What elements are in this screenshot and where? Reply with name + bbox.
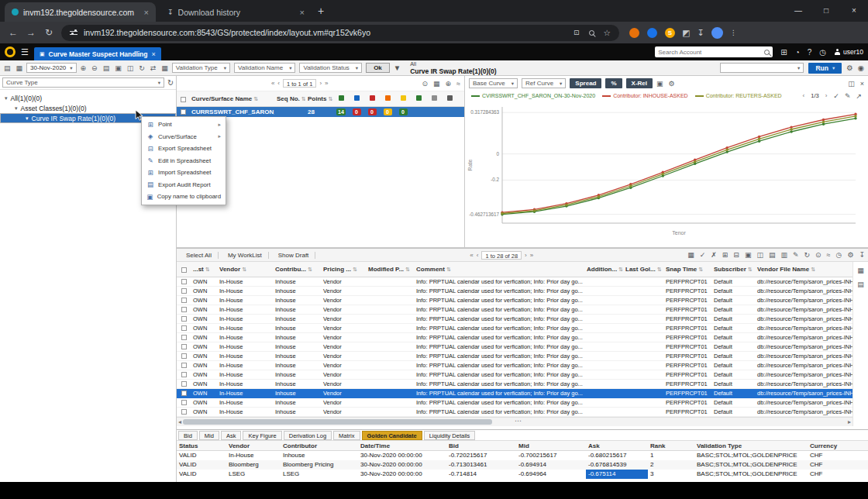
tab-derivation-log[interactable]: Derivation Log	[284, 431, 332, 440]
table-row[interactable]: VALIDLSEGLSEG30-Nov-2020 00:00:00-0.7148…	[177, 470, 868, 479]
search-icon[interactable]: ⊙	[422, 80, 428, 88]
tree-node[interactable]: ▾Asset Classes(1)(0)(0)	[0, 103, 176, 113]
download-icon[interactable]: ↧	[859, 251, 865, 259]
reject-icon[interactable]: ✗	[711, 251, 717, 259]
row-checkbox[interactable]	[181, 381, 187, 387]
column-header[interactable]: Validation Type	[694, 442, 808, 449]
chart-icon[interactable]: ≈	[456, 80, 460, 88]
sheet-icon[interactable]: ▥	[780, 251, 787, 259]
tree-caret-icon[interactable]: ▾	[5, 95, 8, 102]
cast-icon[interactable]: ⊡	[574, 29, 580, 36]
menu-item-copy-name-to-clipboard[interactable]: ▣Copy name to clipboard	[142, 191, 226, 203]
site-settings-icon[interactable]	[70, 29, 78, 36]
select-all-checkbox[interactable]	[181, 267, 187, 273]
column-header[interactable]: Currency	[808, 442, 868, 449]
ref-curve-select[interactable]: Ref Curve▾	[522, 78, 566, 88]
extension-icon[interactable]	[629, 28, 639, 38]
menu-item-export-spreadsheet[interactable]: ⊟Export Spreadsheet	[142, 143, 226, 155]
table-row[interactable]: OWNIn-HouseInhouseVendorInfo: PRPTUAL ca…	[177, 352, 852, 361]
chart-icon[interactable]: ≈	[827, 251, 831, 259]
tab-key-figure[interactable]: Key Figure	[243, 431, 281, 440]
export-column-icon[interactable]	[426, 95, 442, 102]
column-header[interactable]: Subscriber⇅	[711, 266, 755, 273]
prev-page-icon[interactable]: ‹	[277, 80, 280, 87]
column-header[interactable]: Snap Time⇅	[663, 266, 711, 273]
edit-icon[interactable]: ✎	[845, 92, 851, 100]
bookmark-star-icon[interactable]: ☆	[604, 28, 611, 37]
tab-close-icon[interactable]: ×	[300, 8, 305, 17]
column-header[interactable]: Status	[177, 442, 226, 449]
zoom-out-icon[interactable]: ⊖	[91, 64, 98, 72]
menu-item-curve-surface[interactable]: ◈Curve/Surface▸	[142, 131, 226, 143]
legend-prev-icon[interactable]: ‹	[803, 92, 805, 99]
tab-ask[interactable]: Ask	[221, 431, 242, 440]
refresh-icon[interactable]: ↻	[804, 251, 810, 259]
validation-name-select[interactable]: Validation Name▾	[234, 63, 295, 73]
row-checkbox[interactable]	[181, 109, 186, 115]
prev-page-icon[interactable]: ‹	[477, 252, 479, 259]
error-column-icon[interactable]	[364, 95, 380, 102]
tree-refresh-icon[interactable]: ↻	[167, 78, 174, 87]
extension-icon[interactable]: S	[665, 28, 675, 38]
row-checkbox[interactable]	[181, 325, 187, 331]
table-row[interactable]: OWNIn-HouseInhouseVendorInfo: PRPTUAL ca…	[177, 333, 852, 342]
table-row[interactable]: OWNIn-HouseInhouseVendorInfo: PRPTUAL ca…	[177, 342, 852, 352]
address-bar[interactable]: invm192.thegoldensource.com:8543/GS/prot…	[61, 25, 619, 41]
close-icon[interactable]: ×	[860, 80, 864, 88]
last-page-icon[interactable]: »	[325, 80, 328, 87]
zoom-in-icon[interactable]: ⊕	[81, 64, 87, 72]
column-header[interactable]: Curve/Surface Name⇅	[189, 95, 274, 102]
column-header[interactable]: Vendor File Name⇅	[755, 266, 852, 273]
history-icon[interactable]: ◷	[819, 48, 826, 57]
legend-next-icon[interactable]: ›	[825, 92, 828, 99]
column-header[interactable]: Modified P...⇅	[366, 266, 414, 273]
tab-mid[interactable]: Mid	[199, 431, 219, 440]
downloads-icon[interactable]: ↧	[697, 28, 704, 38]
table-row[interactable]: OWNIn-HouseInhouseVendorInfo: PRPTUAL ca…	[177, 361, 852, 370]
table-row[interactable]: OWNIn-HouseInhouseVendorInfo: PRPTUAL ca…	[177, 398, 852, 408]
validation-status-select[interactable]: Validation Status▾	[299, 63, 362, 73]
scroll-left-icon[interactable]: ◂	[178, 418, 181, 425]
maximize-button[interactable]: □	[812, 0, 840, 20]
app-menu-icon[interactable]: ☰	[21, 47, 29, 57]
column-header[interactable]: Comment⇅	[414, 266, 584, 273]
column-header[interactable]: ...st⇅	[191, 266, 217, 273]
percent-button[interactable]: %	[605, 78, 622, 88]
table-row[interactable]: OWNIn-HouseInhouseVendorInfo: PRPTUAL ca…	[177, 305, 852, 315]
table-icon[interactable]: ▦	[687, 251, 694, 259]
row-checkbox[interactable]	[181, 363, 187, 368]
row-checkbox[interactable]	[181, 344, 187, 349]
column-header[interactable]: Last Gol...⇅	[623, 266, 663, 273]
first-page-icon[interactable]: «	[470, 252, 473, 259]
table-row[interactable]: OWNIn-HouseInhouseVendorInfo: PRPTUAL ca…	[177, 296, 852, 305]
extension-icon[interactable]	[647, 28, 657, 38]
table-icon[interactable]: ▦	[857, 267, 864, 274]
reload-icon[interactable]: ↻	[43, 27, 54, 38]
expand-icon[interactable]: ↗	[856, 92, 862, 100]
select-all-button[interactable]: Select All	[180, 252, 219, 259]
row-checkbox[interactable]	[181, 298, 187, 303]
add-icon[interactable]: ⊞	[722, 251, 728, 259]
row-checkbox[interactable]	[181, 316, 187, 322]
column-header[interactable]: Vendor	[226, 442, 281, 449]
copy-icon[interactable]: ▣	[745, 251, 752, 259]
row-checkbox[interactable]	[181, 279, 187, 284]
tree-caret-icon[interactable]: ▾	[15, 105, 18, 112]
table-row[interactable]: VALIDBloombergBloomberg Pricing30-Nov-20…	[177, 460, 868, 470]
menu-item-point[interactable]: ⊞Point▸	[142, 119, 226, 131]
horizontal-scrollbar[interactable]: ◂ ▸ ⋯	[177, 417, 852, 426]
splitter-handle[interactable]: ⋯	[515, 417, 522, 425]
tree-node[interactable]: ▾All(1)(0)(0)	[0, 93, 176, 103]
new-tab-button[interactable]: +	[312, 2, 330, 20]
column-header[interactable]: Mid	[516, 442, 586, 449]
column-header[interactable]: Bid	[446, 442, 516, 449]
last-page-icon[interactable]: »	[530, 252, 533, 259]
select-all-checkbox[interactable]	[181, 97, 186, 102]
close-app-tab-icon[interactable]: ×	[152, 50, 156, 58]
extensions-puzzle-icon[interactable]: ◩	[682, 28, 690, 38]
tab-close-icon[interactable]: ×	[144, 8, 149, 17]
record-icon[interactable]: ◉	[858, 64, 864, 72]
grid-icon[interactable]: ▦	[433, 80, 440, 88]
close-button[interactable]: ×	[840, 0, 868, 20]
grid-icon[interactable]: ▦	[161, 64, 168, 72]
